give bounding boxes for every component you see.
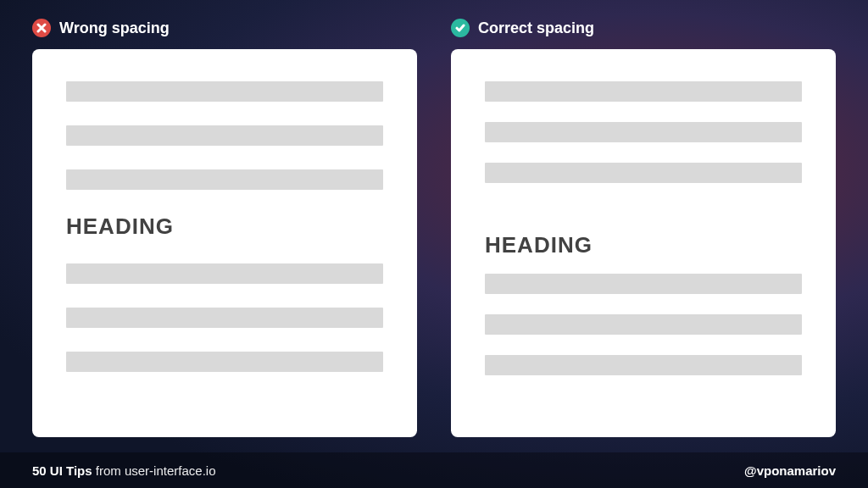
placeholder-bar xyxy=(66,308,383,328)
wrong-heading: HEADING xyxy=(66,214,383,240)
placeholder-bar xyxy=(66,352,383,372)
placeholder-bar xyxy=(485,163,802,183)
footer-light: from user-interface.io xyxy=(92,463,216,478)
correct-top-group xyxy=(485,81,802,183)
correct-heading: HEADING xyxy=(485,232,802,258)
footer-bold: 50 UI Tips xyxy=(32,463,92,478)
wrong-top-group xyxy=(66,81,383,190)
comparison-container: Wrong spacing HEADING Correct spacing xyxy=(0,0,868,437)
footer-source: 50 UI Tips from user-interface.io xyxy=(32,463,215,478)
placeholder-bar xyxy=(485,81,802,102)
correct-header: Correct spacing xyxy=(451,19,836,37)
correct-column: Correct spacing HEADING xyxy=(451,19,836,437)
placeholder-bar xyxy=(485,355,802,375)
placeholder-bar xyxy=(485,122,802,142)
placeholder-bar xyxy=(66,263,383,284)
placeholder-bar xyxy=(66,169,383,190)
placeholder-bar xyxy=(485,274,802,294)
correct-card: HEADING xyxy=(451,49,836,437)
placeholder-bar xyxy=(485,314,802,335)
footer: 50 UI Tips from user-interface.io @vpona… xyxy=(0,452,868,488)
wrong-bottom-group xyxy=(66,263,383,372)
placeholder-bar xyxy=(66,125,383,146)
placeholder-bar xyxy=(66,81,383,102)
wrong-title: Wrong spacing xyxy=(59,19,170,37)
wrong-header: Wrong spacing xyxy=(32,19,417,37)
cross-icon xyxy=(32,19,51,37)
footer-handle: @vponamariov xyxy=(744,463,836,478)
correct-title: Correct spacing xyxy=(478,19,594,37)
wrong-column: Wrong spacing HEADING xyxy=(32,19,417,437)
check-icon xyxy=(451,19,470,37)
correct-bottom-group xyxy=(485,274,802,375)
wrong-card: HEADING xyxy=(32,49,417,437)
